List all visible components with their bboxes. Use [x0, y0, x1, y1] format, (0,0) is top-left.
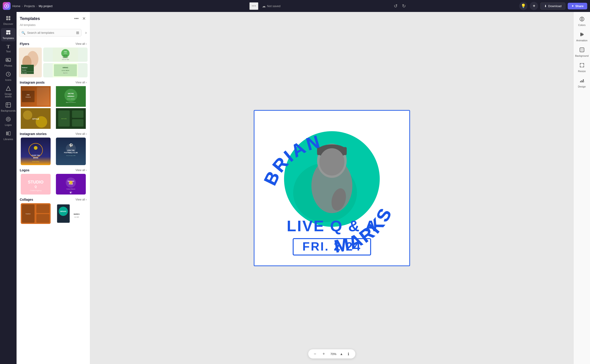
right-panel-animation[interactable]: Animation — [575, 30, 589, 44]
instagram-story-card-2[interactable]: ⚽ JOIN THE FOOTBALL CLUB Every Tuesday 2… — [54, 137, 88, 165]
svg-text:HIRING!: HIRING! — [63, 57, 68, 58]
sidebar-item-libraries[interactable]: Libraries — [1, 129, 16, 142]
svg-text:NATURE: NATURE — [61, 118, 67, 119]
svg-rect-17 — [8, 132, 10, 135]
flyer-card-1[interactable]: Sisters' Society Est. 2019 — [19, 47, 42, 77]
colors-icon — [579, 17, 584, 23]
share-button[interactable]: ✦ Share — [568, 3, 587, 9]
app-logo[interactable] — [3, 2, 11, 10]
svg-text:TREE: TREE — [64, 51, 67, 52]
zoom-out-button[interactable]: − — [312, 351, 318, 357]
current-project: My project — [39, 4, 53, 8]
projects-link[interactable]: Projects — [24, 4, 35, 8]
instagram-post-card-2[interactable]: WE'RE HIRING! LOCAL MEDIA Apply now at c… — [54, 86, 88, 107]
logo-card-2[interactable]: Spawn Pod 💡 Podcast Network ▶ — [54, 174, 88, 195]
instagram-post-card-1[interactable]: ZOE FRANCIS — [19, 86, 53, 107]
svg-text:HIRING!: HIRING! — [67, 95, 74, 97]
panel-more-button[interactable]: ••• — [73, 16, 80, 22]
panel-header-actions: ••• ✕ — [73, 16, 87, 22]
flyers-view-all[interactable]: View all › — [76, 42, 87, 46]
svg-rect-24 — [21, 72, 34, 72]
filter-button[interactable]: ⊞ — [76, 31, 79, 35]
instagram-post-card-3[interactable]: STYLE — [19, 108, 53, 129]
flyers-section-header: Flyers View all › — [20, 42, 87, 46]
svg-text:LOCAL MEDIA: LOCAL MEDIA — [67, 98, 75, 100]
sidebar-label-text: Text — [6, 50, 11, 53]
design-canvas: BRIAN MARKS LIVE Q & A FRI. 2/24 — [254, 111, 409, 266]
download-button[interactable]: ⬇ Download — [540, 2, 565, 10]
instagram-posts-title: Instagram posts — [20, 81, 45, 84]
collage-card-1[interactable]: Fashion — [19, 203, 53, 224]
search-input[interactable] — [27, 31, 74, 34]
instagram-post-card-4[interactable]: NATURE — [54, 108, 88, 129]
svg-point-112 — [583, 79, 584, 80]
home-link[interactable]: Home — [13, 4, 20, 8]
magic-button[interactable]: ✦ — [530, 2, 538, 10]
right-panel-resize[interactable]: Resize — [575, 61, 589, 74]
info-button[interactable]: ℹ — [345, 351, 352, 357]
svg-text:Every Tuesday 2-4PM: Every Tuesday 2-4PM — [66, 155, 75, 156]
zoom-chevron-button[interactable]: ▲ — [340, 352, 343, 356]
flyers-title: Flyers — [20, 42, 29, 46]
instagram-posts-view-all[interactable]: View all › — [76, 81, 87, 84]
panel-title: Templates — [20, 16, 40, 21]
sidebar-item-backgrounds[interactable]: Backgrounds — [1, 101, 16, 114]
svg-rect-2 — [8, 16, 10, 18]
search-bar: 🔍 ⊞ — [19, 29, 82, 37]
svg-text:▶: ▶ — [70, 192, 72, 194]
sidebar-item-design-assets[interactable]: Design assets — [1, 84, 16, 100]
panel-close-button[interactable]: ✕ — [81, 16, 87, 22]
ideas-button[interactable]: 💡 — [519, 2, 528, 10]
right-panel-colors[interactable]: Colors — [575, 15, 589, 28]
panel-content: Flyers View all › Sisters' Society — [17, 39, 90, 364]
svg-rect-12 — [6, 103, 11, 107]
instagram-stories-grid: OVER THE MOON fortune telling ⚽ JOIN THE… — [19, 137, 87, 165]
logos-grid: STUDIO Q Creative Agency Spawn Pod 💡 Pod… — [19, 174, 87, 195]
animation-label: Animation — [576, 39, 588, 42]
canvas-board[interactable]: BRIAN MARKS LIVE Q & A FRI. 2/24 — [254, 110, 410, 266]
svg-rect-56 — [72, 110, 83, 118]
sidebar-item-photos[interactable]: Photos — [1, 56, 16, 69]
expand-panel-button[interactable]: › — [84, 29, 87, 36]
logos-view-all[interactable]: View all › — [76, 169, 87, 172]
svg-rect-5 — [6, 30, 10, 32]
instagram-stories-view-all[interactable]: View all › — [76, 132, 87, 136]
svg-text:FRI. 2/24: FRI. 2/24 — [302, 240, 361, 253]
svg-rect-57 — [72, 119, 83, 127]
share-icon: ✦ — [571, 4, 574, 8]
svg-text:⚽: ⚽ — [69, 143, 73, 147]
svg-text:JOIN OUR TEAM: JOIN OUR TEAM — [62, 59, 69, 60]
cloud-icon: ☁ — [262, 4, 266, 8]
download-icon: ⬇ — [544, 4, 547, 8]
svg-text:WE'RE: WE'RE — [68, 92, 74, 95]
sidebar-item-discover[interactable]: Discover — [1, 14, 16, 27]
flyer-card-3[interactable]: HIRING LOCAL MEDIA Apply Now — [43, 63, 87, 77]
svg-text:Podcast Network: Podcast Network — [66, 188, 75, 190]
more-button[interactable]: ••• — [249, 2, 258, 10]
collages-view-all[interactable]: View all › — [76, 198, 87, 201]
right-panel-background[interactable]: Background — [575, 46, 589, 59]
svg-rect-3 — [6, 18, 8, 20]
sidebar-item-logos[interactable]: Logos — [1, 115, 16, 128]
background-icon — [579, 47, 584, 53]
zoom-in-button[interactable]: + — [321, 351, 327, 357]
flyer-card-2[interactable]: TREE TOPS WE'RE HIRING! JOIN OUR TEAM — [43, 47, 87, 62]
backgrounds-icon — [6, 102, 11, 108]
topbar-center: ↺ ↻ — [282, 3, 517, 9]
flyer-small-column: TREE TOPS WE'RE HIRING! JOIN OUR TEAM — [43, 47, 87, 77]
collage-card-2[interactable]: BRIAN MARKS Live Q&A — [54, 203, 88, 224]
right-panel-design[interactable]: Design — [575, 76, 589, 90]
undo-button[interactable]: ↺ — [392, 3, 399, 9]
sidebar-item-text[interactable]: T Text — [1, 42, 16, 55]
sidebar-item-icons[interactable]: Icons — [1, 70, 16, 83]
svg-text:TOPS: TOPS — [64, 52, 67, 54]
svg-text:ZOE: ZOE — [27, 94, 29, 96]
redo-button[interactable]: ↻ — [401, 3, 407, 9]
canvas-area[interactable]: BRIAN MARKS LIVE Q & A FRI. 2/24 − + 7 — [90, 12, 573, 364]
sidebar-item-templates[interactable]: Templates — [1, 28, 16, 41]
instagram-story-card-1[interactable]: OVER THE MOON fortune telling — [19, 137, 53, 165]
sidebar-label-icons: Icons — [5, 78, 11, 81]
logo-card-1[interactable]: STUDIO Q Creative Agency — [19, 174, 53, 195]
svg-text:Fashion: Fashion — [26, 213, 31, 214]
svg-text:Apply now at careers.co: Apply now at careers.co — [66, 102, 76, 103]
